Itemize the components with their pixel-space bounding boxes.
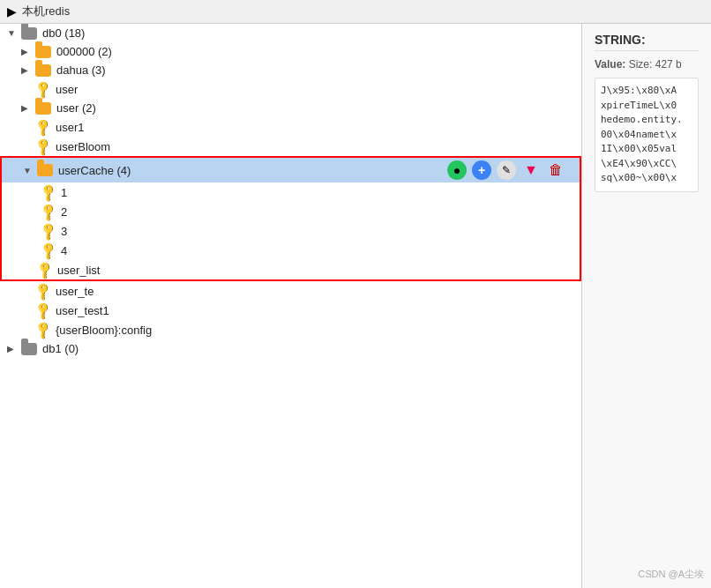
db1-folder-icon — [21, 343, 37, 355]
tree-item-usercache-2[interactable]: 🔑 2 — [2, 202, 580, 221]
tree-item-dahua[interactable]: ▶ dahua (3) — [0, 61, 581, 79]
item-label: user_list — [57, 264, 100, 277]
item-label: userBloom — [56, 140, 110, 153]
tree-item-user-list[interactable]: ▶ 🔑 user_list — [2, 260, 580, 279]
key-icon: 🔑 — [33, 136, 53, 156]
value-label: Value: — [595, 58, 625, 71]
value-size-label: Value: Size: 427 b — [595, 58, 699, 71]
add-button[interactable]: + — [472, 160, 491, 180]
tree-item-usercache-3[interactable]: 🔑 3 — [2, 221, 580, 241]
refresh-button[interactable]: ● — [447, 160, 467, 180]
chevron-icon: ▶ — [21, 103, 30, 113]
type-label: STRING: — [595, 33, 699, 51]
toolbar: ● + ✎ ▼ 🗑 — [447, 160, 573, 180]
top-bar-icon: ▶ — [7, 4, 17, 19]
db1-label: db1 (0) — [42, 342, 79, 355]
tree-item-user-folder[interactable]: ▶ user (2) — [0, 99, 581, 117]
watermark: CSDN @A尘埃 — [638, 568, 704, 581]
key-icon: 🔑 — [33, 280, 53, 301]
db0-label: db0 (18) — [42, 26, 85, 40]
chevron-icon: ▶ — [21, 47, 30, 56]
item-label: 1 — [61, 186, 67, 199]
tree-item-userbloom[interactable]: ▶ 🔑 userBloom — [0, 137, 581, 156]
tree-item-user1[interactable]: ▶ 🔑 user1 — [0, 117, 581, 137]
item-label: 4 — [61, 244, 67, 257]
folder-icon — [35, 64, 51, 77]
folder-icon — [35, 46, 51, 58]
tree-item-usercache-1[interactable]: 🔑 1 — [2, 182, 580, 202]
key-icon: 🔑 — [34, 259, 55, 279]
item-label: dahua (3) — [56, 63, 106, 77]
tree-db1[interactable]: ▶ db1 (0) — [0, 339, 581, 358]
filter-button[interactable]: ▼ — [521, 160, 541, 180]
key-icon: 🔑 — [38, 220, 58, 241]
top-bar: ▶ 本机redis — [0, 0, 711, 24]
folder-icon — [37, 164, 53, 176]
key-icon: 🔑 — [33, 78, 53, 99]
tree-item-user-test1[interactable]: ▶ 🔑 user_test1 — [0, 301, 581, 320]
item-label: user1 — [56, 121, 85, 134]
folder-icon — [35, 102, 51, 115]
delete-button[interactable]: 🗑 — [546, 160, 565, 180]
item-label: 3 — [61, 225, 67, 238]
chevron-icon: ▼ — [7, 28, 16, 38]
value-content: J\x95:\x80\xA xpireTimeL\x0 hedemo.entit… — [595, 78, 699, 192]
tree-item-user-te[interactable]: ▶ 🔑 user_te — [0, 281, 581, 301]
key-icon: 🔑 — [38, 240, 58, 260]
key-icon: 🔑 — [33, 300, 53, 320]
key-icon: 🔑 — [38, 201, 58, 221]
item-label: user_te — [56, 285, 94, 298]
sidebar-tree: ▼ db0 (18) ▶ 000000 (2) ▶ dahua (3) ▶ 🔑 … — [0, 24, 582, 588]
chevron-icon: ▼ — [23, 166, 32, 175]
item-label: userCache (4) — [58, 164, 131, 177]
tree-item-userbloom-config[interactable]: ▶ 🔑 {userBloom}:config — [0, 320, 581, 339]
top-bar-title: 本机redis — [22, 4, 70, 19]
item-label: user — [56, 83, 78, 96]
key-icon: 🔑 — [38, 182, 58, 202]
highlight-box: ▼ userCache (4) ● + ✎ ▼ 🗑 🔑 1 🔑 2 — [0, 156, 581, 281]
tree-item-usercache-4[interactable]: 🔑 4 — [2, 241, 580, 260]
tree-item-usercache[interactable]: ▼ userCache (4) ● + ✎ ▼ 🗑 — [2, 158, 580, 182]
item-label: {userBloom}:config — [56, 324, 152, 337]
key-icon: 🔑 — [33, 116, 53, 137]
chevron-icon: ▶ — [21, 65, 30, 75]
item-label: 000000 (2) — [56, 45, 112, 58]
chevron-icon: ▶ — [7, 344, 16, 354]
edit-button[interactable]: ✎ — [497, 160, 516, 180]
tree-item-000000[interactable]: ▶ 000000 (2) — [0, 42, 581, 61]
item-label: user (2) — [56, 101, 96, 115]
item-label: user_test1 — [56, 304, 109, 317]
item-label: 2 — [61, 205, 67, 219]
key-icon: 🔑 — [33, 319, 53, 339]
tree-db0[interactable]: ▼ db0 (18) — [0, 24, 581, 42]
tree-item-user[interactable]: ▶ 🔑 user — [0, 79, 581, 99]
db0-folder-icon — [21, 27, 37, 40]
value-size: Size: 427 b — [629, 58, 682, 71]
right-panel: STRING: Value: Size: 427 b J\x95:\x80\xA… — [582, 24, 711, 588]
